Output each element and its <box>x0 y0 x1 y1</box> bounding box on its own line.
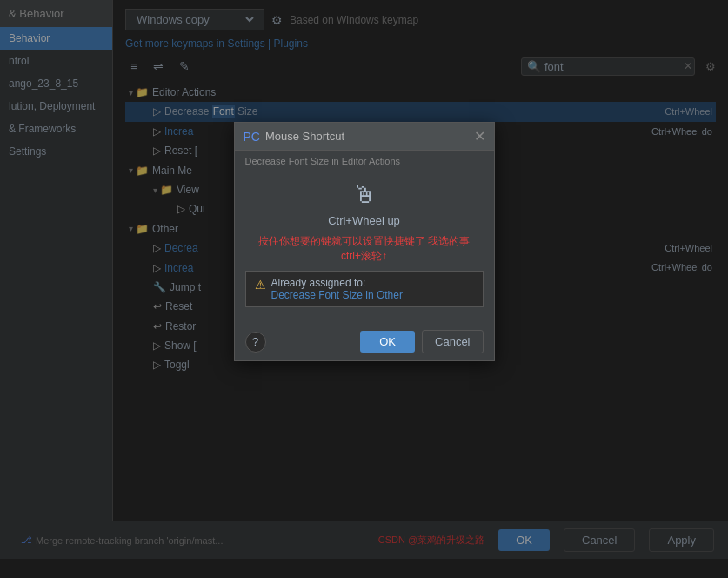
warning-action-location: Decrease Font Size in Other <box>271 289 403 301</box>
modal-close-button[interactable]: ✕ <box>474 128 485 144</box>
warning-icon: ⚠ <box>255 278 266 292</box>
mouse-glyph: 🖱 <box>245 180 484 209</box>
modal-ok-button[interactable]: OK <box>360 331 415 353</box>
warning-location: in Other <box>365 289 403 301</box>
modal-cancel-button[interactable]: Cancel <box>422 330 483 353</box>
modal-overlay: PC Mouse Shortcut ✕ Decrease Font Size i… <box>0 0 728 578</box>
modal-titlebar: PC Mouse Shortcut ✕ <box>235 123 494 151</box>
modal-body: 🖱 Ctrl+Wheel up 按住你想要的键就可以设置快捷键了 我选的事ctr… <box>235 168 494 323</box>
warning-action: Decrease Font Size <box>271 289 363 301</box>
modal-subtitle: Decrease Font Size in Editor Actions <box>235 151 494 168</box>
modal-footer: ? OK Cancel <box>235 323 494 360</box>
warning-text: Already assigned to: Decrease Font Size … <box>271 277 403 301</box>
mouse-shortcut-modal: PC Mouse Shortcut ✕ Decrease Font Size i… <box>234 122 495 361</box>
instruction-text: 按住你想要的键就可以设置快捷键了 我选的事ctrl+滚轮↑ <box>245 234 484 264</box>
warning-row: ⚠ Already assigned to: Decrease Font Siz… <box>245 271 484 307</box>
help-button[interactable]: ? <box>245 332 266 353</box>
shortcut-display: Ctrl+Wheel up <box>245 214 484 227</box>
modal-pc-icon: PC <box>244 130 260 144</box>
modal-title: Mouse Shortcut <box>265 130 474 143</box>
warning-label: Already assigned to: <box>271 277 403 289</box>
